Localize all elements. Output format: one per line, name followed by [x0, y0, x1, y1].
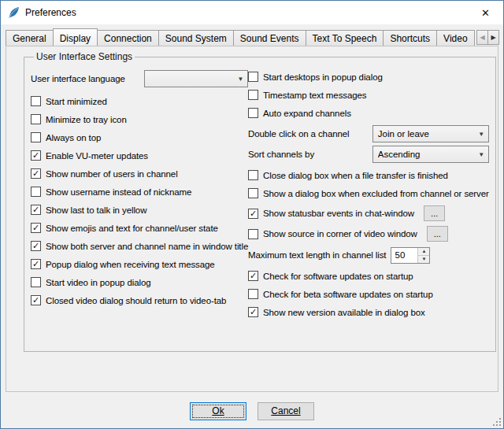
- spinner-up-button[interactable]: ▲: [418, 248, 429, 255]
- checkbox-box[interactable]: [248, 188, 258, 198]
- ok-button[interactable]: Ok: [190, 402, 246, 420]
- checkbox-show-both-server-and-channel-name-in-window-title[interactable]: ✓Show both server and channel name in wi…: [31, 239, 248, 253]
- tab-text-to-speech[interactable]: Text To Speech: [306, 30, 384, 46]
- double-click-label: Double click on a channel: [248, 129, 350, 139]
- language-row: User interface language ▼: [31, 70, 248, 87]
- sort-channels-combobox[interactable]: Ascending ▼: [372, 146, 489, 163]
- checkbox-box[interactable]: [31, 132, 41, 142]
- checkbox-box[interactable]: ✓: [31, 168, 41, 179]
- tab-area: GeneralDisplayConnectionSound SystemSoun…: [1, 24, 503, 392]
- tab-scroll-right-button[interactable]: ▶: [487, 30, 499, 45]
- checkbox-start-video-in-popup-dialog[interactable]: Start video in popup dialog: [31, 276, 248, 289]
- tab-sound-system[interactable]: Sound System: [158, 30, 234, 46]
- checkbox-enable-vu-meter-updates[interactable]: ✓Enable VU-meter updates: [31, 149, 248, 162]
- spinner-value: 50: [391, 248, 417, 263]
- checkbox-box[interactable]: ✓: [31, 241, 41, 251]
- display-tab-page: User Interface Settings User interface l…: [6, 46, 498, 392]
- checkbox-close-dialog-box-when-a-file-transfer-is-finished[interactable]: Close dialog box when a file transfer is…: [248, 168, 489, 182]
- right-checkbox-list-mid: Close dialog box when a file transfer is…: [248, 168, 489, 200]
- checkbox-box[interactable]: [31, 114, 41, 124]
- checkbox-show-source-in-corner-of-video-window[interactable]: Show source in corner of video window ..…: [248, 226, 489, 242]
- close-button[interactable]: ✕: [468, 1, 503, 24]
- tab-connection[interactable]: Connection: [97, 30, 159, 46]
- window-title: Preferences: [25, 7, 76, 18]
- statusbar-events-options-button[interactable]: ...: [424, 205, 445, 221]
- checkbox-box[interactable]: [248, 170, 258, 180]
- checkbox-label: Minimize to tray icon: [46, 115, 127, 124]
- resize-grip[interactable]: [491, 416, 502, 427]
- tab-display[interactable]: Display: [53, 28, 98, 46]
- chevron-left-icon: ◀: [480, 34, 484, 41]
- checkbox-label: Show statusbar events in chat-window: [263, 209, 414, 218]
- checkbox-closed-video-dialog-should-return-to-video-tab[interactable]: ✓Closed video dialog should return to vi…: [31, 294, 248, 307]
- right-column: Start desktops in popup dialogTimestamp …: [248, 70, 489, 319]
- checkbox-popup-dialog-when-receiving-text-message[interactable]: ✓Popup dialog when receiving text messag…: [31, 257, 248, 271]
- tab-general[interactable]: General: [6, 30, 54, 46]
- checkbox-box[interactable]: [248, 90, 258, 100]
- sort-channels-row: Sort channels by Ascending ▼: [248, 146, 489, 163]
- checkbox-minimize-to-tray-icon[interactable]: Minimize to tray icon: [31, 113, 248, 126]
- checkbox-box[interactable]: [31, 96, 41, 106]
- checkbox-box[interactable]: ✓: [248, 209, 258, 219]
- checkbox-label: Start video in popup dialog: [46, 278, 150, 287]
- checkbox-start-minimized[interactable]: Start minimized: [31, 94, 248, 108]
- checkbox-auto-expand-channels[interactable]: Auto expand channels: [248, 106, 489, 120]
- checkbox-show-new-version-available-in-dialog-box[interactable]: ✓Show new version available in dialog bo…: [248, 305, 489, 319]
- checkbox-show-number-of-users-in-channel[interactable]: ✓Show number of users in channel: [31, 167, 248, 180]
- tab-scroll-left-button[interactable]: ◀: [476, 30, 488, 45]
- checkbox-box[interactable]: ✓: [31, 205, 41, 215]
- checkbox-label: Closed video dialog should return to vid…: [46, 296, 226, 305]
- checkbox-box[interactable]: [248, 229, 258, 239]
- checkbox-box[interactable]: [248, 72, 258, 82]
- checkbox-box[interactable]: ✓: [31, 150, 41, 161]
- checkbox-label: Timestamp text messages: [263, 91, 366, 100]
- checkbox-label: Auto expand channels: [263, 109, 351, 118]
- checkbox-show-username-instead-of-nickname[interactable]: Show username instead of nickname: [31, 185, 248, 198]
- checkbox-always-on-top[interactable]: Always on top: [31, 131, 248, 144]
- checkbox-label: Check for software updates on startup: [263, 272, 413, 281]
- spinner-down-button[interactable]: ▼: [418, 255, 429, 263]
- checkbox-box[interactable]: [248, 108, 258, 118]
- checkbox-check-for-software-updates-on-startup[interactable]: ✓Check for software updates on startup: [248, 269, 489, 283]
- checkbox-timestamp-text-messages[interactable]: Timestamp text messages: [248, 88, 489, 102]
- tab-video[interactable]: Video: [436, 30, 474, 46]
- checkbox-box[interactable]: [31, 187, 41, 197]
- video-source-options-button[interactable]: ...: [427, 226, 448, 242]
- titlebar[interactable]: Preferences ✕: [1, 1, 503, 24]
- tab-scrollers: ◀ ▶: [476, 30, 498, 45]
- checkbox-label: Show emojis and text for channel/user st…: [46, 224, 218, 233]
- double-click-combobox[interactable]: Join or leave ▼: [372, 125, 489, 142]
- checkbox-label: Show a dialog box when excluded from cha…: [263, 189, 489, 198]
- checkbox-label: Show username instead of nickname: [46, 187, 191, 197]
- checkbox-label: Show new version available in dialog box: [263, 308, 425, 317]
- double-click-combobox-value: Join or leave: [378, 129, 475, 139]
- checkbox-box[interactable]: ✓: [248, 271, 258, 281]
- checkbox-box[interactable]: ✓: [31, 295, 41, 305]
- checkbox-show-a-dialog-box-when-excluded-from-channel-or-server[interactable]: Show a dialog box when excluded from cha…: [248, 187, 489, 200]
- cancel-button[interactable]: Cancel: [258, 402, 314, 420]
- max-text-length-spinner[interactable]: 50 ▲ ▼: [391, 247, 430, 264]
- footer: Ok Cancel: [1, 392, 503, 428]
- checkbox-label: Enable VU-meter updates: [46, 151, 148, 161]
- tab-shortcuts[interactable]: Shortcuts: [383, 30, 437, 46]
- checkbox-check-for-beta-software-updates-on-startup[interactable]: Check for beta software updates on start…: [248, 287, 489, 301]
- checkbox-box[interactable]: ✓: [248, 307, 258, 317]
- checkbox-show-statusbar-events-in-chat-window[interactable]: ✓ Show statusbar events in chat-window .…: [248, 205, 489, 221]
- checkbox-box[interactable]: ✓: [31, 223, 41, 233]
- chevron-down-icon: ▼: [234, 76, 247, 83]
- checkbox-start-desktops-in-popup-dialog[interactable]: Start desktops in popup dialog: [248, 70, 489, 83]
- checkbox-box[interactable]: ✓: [31, 259, 41, 269]
- checkbox-show-emojis-and-text-for-channel-user-state[interactable]: ✓Show emojis and text for channel/user s…: [31, 221, 248, 235]
- checkbox-label: Show source in corner of video window: [263, 229, 417, 239]
- checkbox-box[interactable]: [248, 289, 258, 299]
- language-combobox[interactable]: ▼: [144, 70, 248, 87]
- checkbox-label: Show number of users in channel: [46, 169, 178, 179]
- user-interface-settings-group: User Interface Settings User interface l…: [24, 51, 496, 352]
- sort-channels-label: Sort channels by: [248, 150, 314, 159]
- checkbox-box[interactable]: [31, 277, 41, 287]
- checkbox-label: Popup dialog when receiving text message: [46, 260, 215, 269]
- checkbox-show-last-to-talk-in-yellow[interactable]: ✓Show last to talk in yellow: [31, 203, 248, 216]
- settings-columns: User interface language ▼ Start minimize…: [31, 70, 489, 319]
- left-checkbox-list: Start minimizedMinimize to tray iconAlwa…: [31, 94, 248, 307]
- tab-sound-events[interactable]: Sound Events: [233, 30, 306, 46]
